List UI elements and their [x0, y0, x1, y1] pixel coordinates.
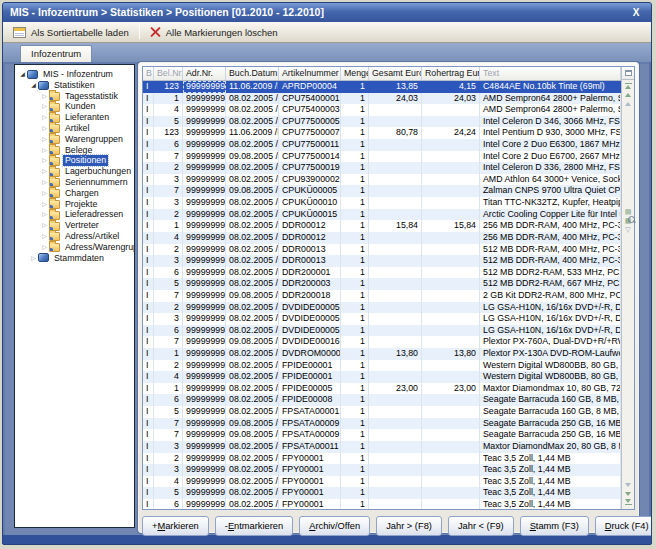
tree-item-warengruppen[interactable]: ▷Warengruppen [15, 134, 134, 145]
grid-view-icon[interactable]: ▤ [622, 207, 634, 216]
table-row[interactable]: I39999999908.02.2005 /DiCPU939000021AMD … [143, 174, 621, 186]
tree-item-lagerbuchungen[interactable]: ▷Lagerbuchungen [15, 166, 134, 177]
column-header-rohertrag-euro[interactable]: Rohertrag Euro [422, 67, 480, 80]
collapsed-arrow-icon[interactable]: ▷ [40, 155, 49, 166]
scroll-page-down-button[interactable] [622, 489, 634, 498]
column-header-adr-nr[interactable]: Adr.Nr. [183, 67, 226, 80]
collapsed-arrow-icon[interactable]: ▷ [40, 145, 49, 156]
table-row[interactable]: I19999999908.02.2005 /DiCPU75400001124,0… [143, 93, 621, 105]
table-row[interactable]: I49999999908.02.2005 /DiFPY000011Teac 3,… [143, 476, 621, 488]
scroll-row-up-button[interactable] [622, 99, 634, 108]
column-header-text[interactable]: Text [480, 67, 621, 80]
tree-item-chargen[interactable]: ▷Chargen [15, 188, 134, 199]
collapsed-arrow-icon[interactable]: ▷ [40, 242, 49, 253]
column-header-b[interactable]: B [143, 67, 154, 80]
scroll-first-row-button[interactable] [622, 81, 634, 90]
table-row[interactable]: I69999999908.02.2005 /DiCPU775000111Inte… [143, 139, 621, 151]
collapsed-arrow-icon[interactable]: ▷ [40, 134, 49, 145]
scroll-row-down-button[interactable] [622, 480, 634, 489]
table-row[interactable]: I39999999908.02.2005 /DiDVDIDE000051LG G… [143, 313, 621, 325]
tab-infozentrum[interactable]: Infozentrum [20, 45, 92, 62]
footer-button-stamm-f3[interactable]: Stamm (F3) [520, 516, 589, 536]
tree-item-tagesstatistik[interactable]: ▷Tagesstatistik [15, 91, 134, 102]
scroll-last-row-button[interactable] [622, 498, 634, 507]
scroll-page-up-button[interactable] [622, 90, 634, 99]
table-row[interactable]: I79999999909.08.2005 /DiDDR20001812 GB K… [143, 290, 621, 302]
collapsed-arrow-icon[interactable]: ▷ [40, 231, 49, 242]
table-row[interactable]: I59999999908.02.2005 /DiDDR2000031512 MB… [143, 278, 621, 290]
table-row[interactable]: I19999999908.02.2005 /DiDDR00012115,8415… [143, 220, 621, 232]
expanded-arrow-icon[interactable]: ◢ [29, 80, 38, 91]
tree-item-statistiken[interactable]: ◢Statistiken [15, 80, 134, 91]
table-row[interactable]: I59999999908.02.2005 /DiCPU775000051Inte… [143, 116, 621, 128]
collapsed-arrow-icon[interactable]: ▷ [40, 112, 49, 123]
table-row[interactable]: I29999999908.02.2005 /DiDDR000131512 MB … [143, 244, 621, 256]
tree-item-vertreter[interactable]: ▷Vertreter [15, 220, 134, 231]
table-row[interactable]: I79999999909.08.2005 /DiCPU775000141Inte… [143, 151, 621, 163]
tree-item-projekte[interactable]: ▷Projekte [15, 199, 134, 210]
table-row[interactable]: I39999999908.02.2005 /DiDDR000131512 MB … [143, 255, 621, 267]
table-row[interactable]: I29999999908.02.2005 /DiCPUKÜ000151Arcti… [143, 209, 621, 221]
table-row[interactable]: I49999999908.02.2005 /DiCPU754000031AMD … [143, 104, 621, 116]
table-row[interactable]: I29999999908.02.2005 /DiFPIDE000011Weste… [143, 360, 621, 372]
collapsed-arrow-icon[interactable]: ▷ [40, 199, 49, 210]
expanded-arrow-icon[interactable]: ◢ [18, 69, 27, 80]
footer-button-markieren[interactable]: + Markieren [142, 516, 209, 536]
footer-button-archiv-offen[interactable]: Archiv/Offen [299, 516, 370, 536]
tree-item-positionen[interactable]: ▷Positionen [15, 155, 134, 166]
column-header-buch-datum[interactable]: Buch.Datum [226, 67, 279, 80]
table-row[interactable]: I79999999909.08.2005 /DiFPSATA000091Seag… [143, 429, 621, 441]
table-row[interactable]: I69999999908.02.2005 /DiFPIDE000081Seaga… [143, 394, 621, 406]
tree-item-stammdaten[interactable]: ▷Stammdaten [15, 253, 134, 264]
column-chooser-button[interactable] [622, 67, 634, 80]
table-row[interactable]: I59999999908.02.2005 /DiFPY000011Teac 3,… [143, 487, 621, 499]
table-row[interactable]: I69999999908.02.2005 /DiDDR2000011512 MB… [143, 267, 621, 279]
column-header-bel-nr[interactable]: Bel.Nr. [154, 67, 183, 80]
table-row[interactable]: I49999999908.02.2005 /DiFPIDE000011Weste… [143, 371, 621, 383]
tree-item-artikel[interactable]: ▷Artikel [15, 123, 134, 134]
collapsed-arrow-icon[interactable]: ▷ [40, 220, 49, 231]
table-row[interactable]: I29999999908.02.2005 /DiDVDIDE000051LG G… [143, 302, 621, 314]
tree-item-belege[interactable]: ▷Belege [15, 145, 134, 156]
table-row[interactable]: I59999999908.02.2005 /DiFPSATA000011Seag… [143, 406, 621, 418]
table-row[interactable]: I79999999909.08.2005 /DiDVDIDE000161Plex… [143, 336, 621, 348]
collapsed-arrow-icon[interactable]: ▷ [40, 166, 49, 177]
table-row[interactable]: I39999999908.02.2005 /DiFPY000011Teac 3,… [143, 464, 621, 476]
table-row[interactable]: I29999999908.02.2005 /DiFPY000011Teac 3,… [143, 453, 621, 465]
collapsed-arrow-icon[interactable]: ▷ [40, 91, 49, 102]
tree-item-kunden[interactable]: ▷Kunden [15, 101, 134, 112]
tree-item-adress-warengruppen[interactable]: ▷Adress/Warengruppen [15, 242, 134, 253]
column-header-artikelnummer[interactable]: Artikelnummer [279, 67, 341, 80]
column-header-gesamt-euro[interactable]: Gesamt Euro [369, 67, 422, 80]
collapsed-arrow-icon[interactable]: ▷ [40, 123, 49, 134]
collapsed-arrow-icon[interactable]: ▷ [40, 209, 49, 220]
footer-button-druck-f4[interactable]: Druck (F4) [595, 516, 652, 536]
table-row[interactable]: I69999999908.02.2005 /DiDVDIDE000051LG G… [143, 325, 621, 337]
footer-button-jahr-f9[interactable]: Jahr < (F9) [448, 516, 514, 536]
column-header-menge[interactable]: Menge [341, 67, 369, 80]
load-sort-table-button[interactable]: Als Sortiertabelle laden [7, 25, 135, 40]
tree-item-mis-infozentrum[interactable]: ◢MIS - Infozentrum [15, 69, 134, 80]
tree-item-seriennummern[interactable]: ▷Seriennummern [15, 177, 134, 188]
collapsed-arrow-icon[interactable]: ▷ [40, 177, 49, 188]
table-row[interactable]: I79999999909.08.2005 /DiCPUKÜ000051Zalma… [143, 185, 621, 197]
table-row[interactable]: I69999999908.02.2005 /DiFPY000011Teac 3,… [143, 499, 621, 509]
collapsed-arrow-icon[interactable]: ▷ [40, 101, 49, 112]
filter-icon[interactable]: ▽ [622, 225, 634, 234]
close-button[interactable]: X [629, 3, 643, 22]
tree-item-lieferanten[interactable]: ▷Lieferanten [15, 112, 134, 123]
footer-button-jahr-f8[interactable]: Jahr > (F8) [376, 516, 442, 536]
clear-marks-button[interactable]: Alle Markierungen löschen [144, 25, 284, 40]
tree-item-adress-artikel[interactable]: ▷Adress/Artikel [15, 231, 134, 242]
table-row[interactable]: I1239999999911.06.2009 /DoAPRDP00004113,… [143, 81, 621, 93]
collapsed-arrow-icon[interactable]: ▷ [40, 188, 49, 199]
table-row[interactable]: I79999999909.08.2005 /DiFPSATA000091Seag… [143, 418, 621, 430]
table-row[interactable]: I1239999999911.06.2009 /DoCPU77500007180… [143, 127, 621, 139]
table-row[interactable]: I29999999908.02.2005 /DiCPU775000191Inte… [143, 162, 621, 174]
table-row[interactable]: I39999999908.02.2005 /DiCPUKÜ000101Titan… [143, 197, 621, 209]
table-row[interactable]: I49999999908.02.2005 /DiDDR000121256 MB … [143, 232, 621, 244]
table-row[interactable]: I19999999908.02.2005 /DiDVDROM00001113,8… [143, 348, 621, 360]
collapsed-arrow-icon[interactable]: ▷ [29, 253, 38, 264]
grid-scrollbar[interactable]: ▤ ▦ ▽ [621, 67, 634, 509]
table-row[interactable]: I19999999908.02.2005 /DiFPIDE00005123,00… [143, 383, 621, 395]
